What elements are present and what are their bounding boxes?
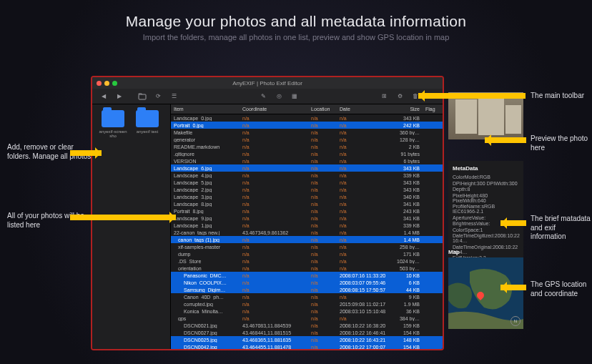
- list-icon[interactable]: ☰: [169, 92, 178, 101]
- table-row[interactable]: Landscape_6.jpgn/an/an/a343 KB: [171, 164, 443, 172]
- col-item[interactable]: Item: [171, 104, 240, 114]
- table-row[interactable]: .DS_Storen/an/an/a1024 by…: [171, 257, 443, 265]
- arrow-icon: [500, 285, 526, 290]
- table-row[interactable]: Nikon_COOLPIX…n/an/a2008:03:07 09:55:466…: [171, 279, 443, 286]
- table-row[interactable]: Portrait_0.jpgn/an/an/a242 KB: [171, 122, 443, 129]
- app-window: AnyEXIF | Photo Exif Editor ◀ ▶ ⟳ ☰ ✎ ◎ …: [91, 76, 444, 350]
- table-row[interactable]: corrupted.jpgn/an/a2015:09:08 11:02:171.…: [171, 300, 443, 308]
- metadata-title: MetaData: [453, 165, 519, 172]
- table-row[interactable]: DSCN0025.jpg43.468365,11.881635n/a2008:1…: [171, 336, 443, 343]
- table-header: Item Coordinate Location Date Size Flag: [171, 104, 443, 114]
- table-row[interactable]: Landscape_8.jpgn/an/an/a341 KB: [171, 200, 443, 207]
- table-row[interactable]: generatorn/an/an/a128 by…: [171, 136, 443, 143]
- table-row[interactable]: Portrait_8.jpgn/an/an/a243 KB: [171, 207, 443, 215]
- table-row[interactable]: Canon_40D_ph…n/an/an/a9 KB: [171, 293, 443, 300]
- table-row[interactable]: Landscape_4.jpgn/an/an/a339 KB: [171, 172, 443, 179]
- folder-label: anyexif-screensho: [98, 129, 128, 138]
- folder-item[interactable]: anyexif-screensho: [98, 110, 128, 138]
- table-row[interactable]: Landscape_9.jpgn/an/an/a341 KB: [171, 215, 443, 222]
- table-row[interactable]: xif-samples-mastern/an/an/a258 by…: [171, 243, 443, 250]
- folder-icon: [102, 110, 124, 127]
- col-loc[interactable]: Location: [308, 104, 337, 114]
- folder-sidebar: anyexif-screensho anyexif test: [92, 104, 171, 349]
- table-body[interactable]: Landscape_0.jpgn/an/an/a343 KBPortrait_0…: [171, 114, 443, 349]
- table-row[interactable]: canon_tags (1).jpgn/an/an/a1.4 MB: [171, 236, 443, 243]
- table-row[interactable]: DSCN0027.jpg43.468441,11.881515n/a2008:1…: [171, 329, 443, 336]
- arrow-icon: [418, 93, 526, 99]
- table-row[interactable]: Samsung_Digim…n/an/a2008:08:15 17:50:574…: [171, 286, 443, 293]
- folder-item[interactable]: anyexif test: [132, 110, 162, 134]
- table-row[interactable]: README.markdownn/an/an/a2 KB: [171, 143, 443, 150]
- toolbar: ◀ ▶ ⟳ ☰ ✎ ◎ ▦ ⊞ ⚙ 🗑 ⓘ: [92, 89, 443, 104]
- table-row[interactable]: Makefilen/an/an/a360 by…: [171, 129, 443, 136]
- edit-icon[interactable]: ✎: [259, 92, 267, 101]
- metadata-line: ColorModel:RGB: [453, 174, 519, 179]
- compass-icon[interactable]: N: [510, 316, 521, 326]
- preview-panel: [448, 92, 523, 139]
- arrow-icon: [485, 137, 526, 143]
- callout-metadata: The brief matadata and exif information: [531, 215, 592, 242]
- table-row[interactable]: Landscape_3.jpgn/an/an/a340 KB: [171, 193, 443, 200]
- metadata-line: DateTimeOriginal:2008:10:22 16:4…: [453, 245, 519, 255]
- arrow-icon: [70, 215, 176, 220]
- table-row[interactable]: .gitignoren/an/an/a91 bytes: [171, 150, 443, 157]
- metadata-line: DateTimeDigitized:2008:10:22 16:4…: [453, 233, 519, 243]
- callout-toolbar: The main toolbar: [531, 92, 584, 101]
- table-row[interactable]: DSCN0042.jpg43.464455,11.881478n/a2008:1…: [171, 343, 443, 349]
- add-folder-icon[interactable]: [138, 92, 147, 101]
- settings-icon[interactable]: ⚙: [395, 92, 404, 101]
- photo-table: Item Coordinate Location Date Size Flag …: [171, 104, 443, 349]
- calendar-icon[interactable]: ▦: [290, 92, 299, 101]
- folder-icon: [136, 110, 159, 127]
- metadata-line: ApertureValue:: [453, 215, 519, 220]
- toolbar-forward-icon[interactable]: ▶: [115, 92, 124, 101]
- grid-view-icon[interactable]: ⊞: [380, 92, 388, 101]
- table-row[interactable]: VERSIONn/an/an/a6 bytes: [171, 157, 443, 164]
- col-flag[interactable]: Flag: [423, 104, 443, 114]
- table-row[interactable]: Konica_Minolta…n/an/a2008:03:10 15:10:48…: [171, 308, 443, 315]
- callout-gps: The GPS location and coordinate: [531, 280, 592, 298]
- svg-rect-0: [139, 94, 146, 99]
- table-row[interactable]: Landscape_1.jpgn/an/an/a339 KB: [171, 222, 443, 229]
- table-row[interactable]: 22-canon_tags new.j43.467348,9.861362n/a…: [171, 229, 443, 236]
- arrow-icon: [500, 220, 526, 226]
- location-icon[interactable]: ◎: [275, 92, 283, 101]
- titlebar: AnyEXIF | Photo Exif Editor: [92, 77, 443, 89]
- map-panel[interactable]: N: [448, 257, 523, 329]
- col-date[interactable]: Date: [337, 104, 394, 114]
- metadata-line: Depth:8: [453, 187, 519, 192]
- table-row[interactable]: Landscape_5.jpgn/an/an/a343 KB: [171, 179, 443, 186]
- hero-title: Manage your photos and all metadata info…: [0, 13, 592, 30]
- metadata-line: ProfileName:sRGB IEC61966-2.1: [453, 204, 519, 214]
- table-row[interactable]: gpsn/an/an/a384 by…: [171, 315, 443, 322]
- metadata-line: DPIHeight:300 DPIWidth:300: [453, 181, 519, 186]
- table-row[interactable]: Panasonic_DMC…n/an/a2008:07:16 11:33:201…: [171, 272, 443, 279]
- table-row[interactable]: orientationn/an/an/a503 by…: [171, 265, 443, 272]
- col-coord[interactable]: Coordinate: [240, 104, 308, 114]
- refresh-icon[interactable]: ⟳: [154, 92, 162, 101]
- map-title: Map: [448, 249, 460, 255]
- table-row[interactable]: Landscape_2.jpgn/an/an/a343 KB: [171, 186, 443, 193]
- window-title: AnyEXIF | Photo Exif Editor: [92, 80, 443, 87]
- toolbar-back-icon[interactable]: ◀: [99, 92, 108, 101]
- arrow-icon: [70, 150, 102, 156]
- metadata-line: ColorSpace:1: [453, 227, 519, 232]
- table-row[interactable]: Landscape_0.jpgn/an/an/a343 KB: [171, 114, 443, 122]
- table-row[interactable]: DSCN0021.jpg43.467083,11.884539n/a2008:1…: [171, 322, 443, 329]
- metadata-line: PixelHeight:480 PixelWidth:640: [453, 193, 519, 203]
- callout-preview: Preview the photo here: [531, 134, 592, 152]
- folder-label: anyexif test: [132, 129, 162, 134]
- hero-subtitle: Import the folders, manage all photos in…: [0, 33, 592, 41]
- col-size[interactable]: Size: [394, 104, 423, 114]
- table-row[interactable]: dumpn/an/an/a171 KB: [171, 250, 443, 257]
